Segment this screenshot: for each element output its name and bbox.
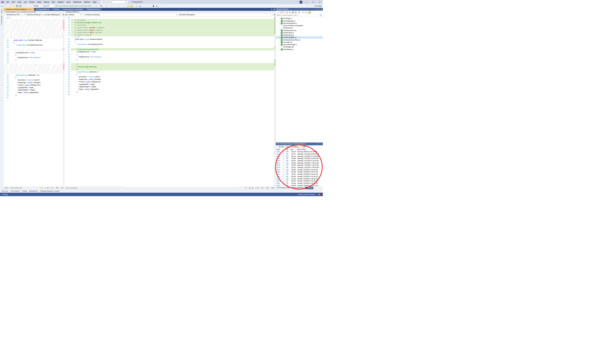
row-checkbox[interactable] [282,171,284,173]
misc-icon6[interactable]: ◨ [156,5,158,7]
right-class-combo[interactable]: 🔧VSHistory.VSHistoryU▼ [82,13,178,16]
tree-item[interactable]: ▷C#ShowToolWindow.cs [276,22,323,24]
open-link[interactable]: Open [276,175,282,178]
diff-link[interactable]: Diff [285,162,290,164]
tree-item[interactable]: ▷C#VSHistoryFile.cs [276,32,323,34]
left-project-combo[interactable]: 📄Miscellaneous Files▼ [3,13,23,16]
menu-project[interactable]: Project [28,1,36,3]
code-view-icon[interactable]: <> [302,11,305,13]
close-button[interactable]: ✕ [317,1,322,3]
add-source-control[interactable]: ↑ Add to Source Control ▴ [297,193,316,195]
sync-icon[interactable]: ⟲ [282,11,285,13]
left-code-editor[interactable]: 30 31323334 3536373839 40414243444546474… [3,17,65,187]
tab-vshistory-of[interactable]: VSHistory of VSHistoryUtilities.cs 📌✕ [3,8,34,11]
split-icon[interactable]: ✢ [273,13,276,16]
col-size[interactable]: Size [290,148,297,151]
copy-icon[interactable]: 📋 [298,11,300,13]
solution-tree[interactable]: ▷C#ShowTags.cs▷C#ShowTagsPage.cs▷C#ShowT… [276,17,323,143]
row-checkbox[interactable] [282,184,284,186]
error-list-tab[interactable]: Error List [1,190,8,192]
minimize-button[interactable]: — [305,1,309,3]
quick-search-input[interactable] [102,1,127,3]
close-panel-icon[interactable]: ✕ [321,8,322,10]
tree-item[interactable]: ▷📄VSHistory.vsct [276,27,323,29]
row-checkbox[interactable] [282,164,284,166]
misc-icon2[interactable]: ▦ [139,5,141,7]
open-link[interactable]: Open [276,171,282,173]
right-method-combo[interactable]: ◉MonikerToBitmap(Ima▼ [178,13,273,16]
tree-item[interactable]: ▷C#VSHistoryPkg.cs [276,34,323,36]
diff-link[interactable]: Diff [285,164,290,166]
history-row[interactable]: OpenDiff36,383Sunday, 7/25/2021 5:35:19 … [276,171,323,173]
toolbox-tab[interactable]: Toolbox [1,9,3,14]
save-icon[interactable]: 💾 [16,5,18,7]
output-tab[interactable]: Output [22,190,27,192]
vsh-tab-main[interactable]: 125 VS History Files for VSHistoryUtilit… [276,187,305,189]
nav-fwd-icon[interactable]: ↷ [114,5,116,7]
panel-menu-icon[interactable]: ▾ [317,8,317,10]
show-all-icon[interactable]: 👁 [289,11,291,13]
maximize-button[interactable]: ☐ [311,1,315,3]
row-checkbox[interactable] [282,158,284,159]
new-project-icon[interactable]: 📁 [9,5,12,7]
menu-analyze[interactable]: Analyze [56,1,65,3]
start-debug-button[interactable]: Current Instance [Visual Studio Professi… [56,5,92,7]
vshistory-table[interactable]: Open Diff Size When Saved OpenDiff36,202… [276,148,323,187]
quick-search[interactable]: 🔍 [100,1,128,3]
open-link[interactable]: Open [276,182,282,184]
row-checkbox[interactable] [282,155,284,157]
row-checkbox[interactable] [282,169,284,170]
close-tab-icon[interactable]: ✕ [31,9,32,10]
menu-tools[interactable]: Tools [65,1,72,3]
tab-settings-icon[interactable]: ⚙ [273,8,275,10]
menu-edit[interactable]: Edit [11,1,17,3]
vsh-tab-properties[interactable]: Properties [305,187,313,189]
tree-item[interactable]: ▷C#Win32Native.cs [276,48,323,51]
breakpoints-tab[interactable]: Breakpoints [29,190,38,192]
misc-icon1[interactable]: ⊞ [136,5,138,7]
diff-link[interactable]: Diff [285,184,290,187]
tab-overflow-icon[interactable]: ▾ [271,8,272,10]
notifications-button[interactable]: 🔔4 [318,193,322,195]
history-row[interactable]: OpenDiff35,931Saturday, 7/31/2021 7:35:4… [276,166,323,169]
history-row[interactable]: OpenDiff36,202Monday, 9/6/2021 8:34:39 A… [276,151,323,153]
open-link[interactable]: Open [276,166,282,169]
preview-icon[interactable]: ▭ [308,11,311,13]
open-link[interactable]: Open [276,155,282,158]
open-icon[interactable]: 📂 [12,5,15,7]
row-checkbox[interactable] [282,167,284,168]
open-link[interactable]: Open [276,178,282,180]
tree-item[interactable]: ▷C#VSHistoryUtilities.cs [276,36,323,39]
img-icon[interactable]: 🖼 [100,5,103,7]
redo-icon[interactable]: ↷ [27,5,30,7]
close-panel-icon[interactable]: ✕ [321,143,322,145]
history-row[interactable]: OpenDiff36,297Sunday, 7/25/2021 5:32:14 … [276,173,323,175]
toggle-a-icon[interactable]: ⬚ [127,5,129,7]
split-icon[interactable]: ✢ [62,13,65,16]
open-link[interactable]: Open [276,173,282,175]
arrow-left-icon[interactable]: ← [119,5,121,7]
diff-link[interactable]: Diff [285,166,290,169]
data-sources-tab[interactable]: Data Sources [1,16,3,25]
row-checkbox[interactable] [282,182,284,184]
pkg-console-tab[interactable]: Package Manager Console [40,190,60,192]
diff-link[interactable]: Diff [285,151,290,153]
menu-window[interactable]: Window [83,1,92,3]
open-link[interactable]: Open [276,153,282,155]
history-row[interactable]: OpenDiff36,029Saturday, 7/31/2021 8:10:1… [276,160,323,162]
diff-link[interactable]: Diff [285,171,290,173]
open-link[interactable]: Open [276,160,282,162]
row-checkbox[interactable] [282,151,284,153]
right-project-combo[interactable]: 📗VSHistory▼ [65,13,82,16]
live-share-button[interactable]: ↗ Live Share [313,5,322,7]
back-icon[interactable]: ◯▾ [280,11,282,13]
lock-icon[interactable]: 🔒 [130,5,133,7]
tab-utilities[interactable]: VSHistoryUtilities.cs [34,8,51,11]
open-link[interactable]: Open [276,151,282,153]
code-search-tab[interactable]: Code Search [10,190,20,192]
left-class-combo[interactable]: 🔧VSHistory.VSHistoryU▼ [23,13,43,16]
history-row[interactable]: OpenDiff36,029Saturday, 7/31/2021 7:58:2… [276,162,323,164]
solution-search-input[interactable] [277,14,322,16]
diff-link[interactable]: Diff [285,160,290,162]
col-when[interactable]: When Saved [297,148,323,151]
